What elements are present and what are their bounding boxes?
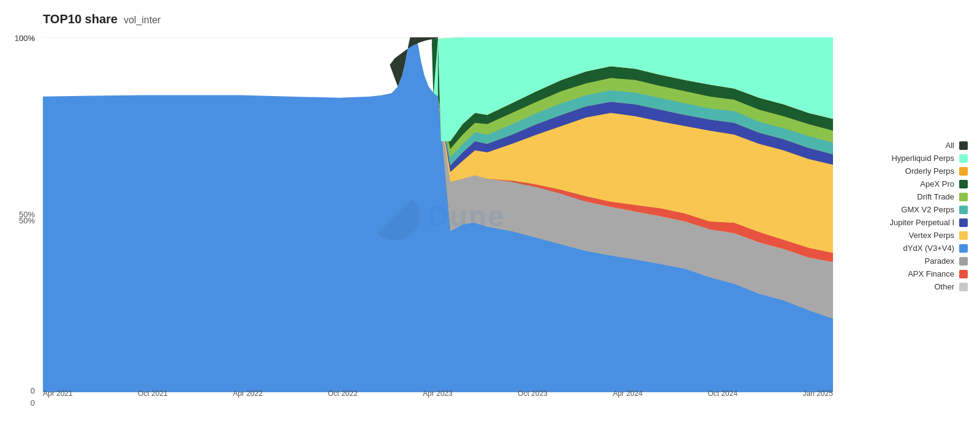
legend-color-dydx bbox=[959, 244, 968, 253]
legend-item-all: All bbox=[845, 141, 968, 150]
x-label-apr2021: Apr 2021 bbox=[43, 389, 73, 398]
x-label-apr2022: Apr 2022 bbox=[233, 389, 263, 398]
legend-label-orderly: Orderly Perps bbox=[905, 166, 954, 176]
legend-label-dydx: dYdX (V3+V4) bbox=[903, 244, 954, 253]
legend-color-vertex bbox=[959, 231, 968, 240]
legend-item-vertex: Vertex Perps bbox=[845, 231, 968, 240]
legend-item-orderly: Orderly Perps bbox=[845, 166, 968, 176]
y-label-0: 0 bbox=[31, 398, 35, 408]
legend-label-hyperliquid: Hyperliquid Perps bbox=[891, 154, 954, 163]
legend-item-hyperliquid: Hyperliquid Perps bbox=[845, 154, 968, 163]
x-label-jan2025: Jan 2025 bbox=[803, 389, 833, 398]
legend-label-apx: APX Finance bbox=[908, 269, 954, 278]
legend-item-apex-pro: ApeX Pro bbox=[845, 179, 968, 188]
x-label-oct2024: Oct 2024 bbox=[707, 389, 737, 398]
legend-item-apx: APX Finance bbox=[845, 269, 968, 278]
svg-wrapper: Dune bbox=[43, 37, 833, 395]
legend-label-drift: Drift Trade bbox=[917, 192, 954, 201]
chart-svg bbox=[43, 37, 833, 392]
x-label-oct2022: Oct 2022 bbox=[328, 389, 358, 398]
legend-color-jupiter bbox=[959, 218, 968, 227]
chart-title-main: TOP10 share bbox=[43, 12, 118, 26]
y-50: 50% bbox=[19, 210, 35, 219]
x-label-oct2021: Oct 2021 bbox=[138, 389, 168, 398]
legend-color-paradex bbox=[959, 257, 968, 266]
legend-item-dydx: dYdX (V3+V4) bbox=[845, 244, 968, 253]
legend-label-gmx: GMX V2 Perps bbox=[901, 205, 954, 214]
legend-color-apx bbox=[959, 270, 968, 278]
legend-item-other: Other bbox=[845, 282, 968, 291]
y-100: 100% bbox=[15, 34, 35, 43]
legend-label-paradex: Paradex bbox=[925, 256, 954, 266]
legend-label-all: All bbox=[946, 141, 954, 150]
chart-container: TOP10 share vol_inter 100% 50% 0 Dune bbox=[0, 0, 980, 432]
x-label-apr2024: Apr 2024 bbox=[612, 389, 643, 398]
legend-label-vertex: Vertex Perps bbox=[909, 231, 954, 240]
legend-color-orderly bbox=[959, 167, 968, 176]
legend-color-all bbox=[959, 141, 968, 150]
y-0: 0 bbox=[31, 386, 35, 395]
legend-label-jupiter: Jupiter Perpetual I bbox=[889, 218, 954, 227]
chart-title-sub: vol_inter bbox=[124, 15, 160, 26]
legend-item-drift: Drift Trade bbox=[845, 192, 968, 201]
chart-area: Dune bbox=[43, 37, 968, 395]
legend-color-gmx bbox=[959, 206, 968, 214]
legend-color-hyperliquid bbox=[959, 154, 968, 163]
chart-legend: All Hyperliquid Perps Orderly Perps ApeX… bbox=[833, 37, 968, 395]
legend-label-other: Other bbox=[934, 282, 954, 291]
legend-color-other bbox=[959, 283, 968, 291]
legend-label-apex-pro: ApeX Pro bbox=[920, 179, 954, 188]
legend-color-apex-pro bbox=[959, 180, 968, 188]
x-label-oct2023: Oct 2023 bbox=[518, 389, 548, 398]
legend-item-gmx: GMX V2 Perps bbox=[845, 205, 968, 214]
legend-item-jupiter: Jupiter Perpetual I bbox=[845, 218, 968, 227]
legend-color-drift bbox=[959, 193, 968, 201]
x-label-apr2023: Apr 2023 bbox=[423, 389, 453, 398]
legend-item-paradex: Paradex bbox=[845, 256, 968, 266]
